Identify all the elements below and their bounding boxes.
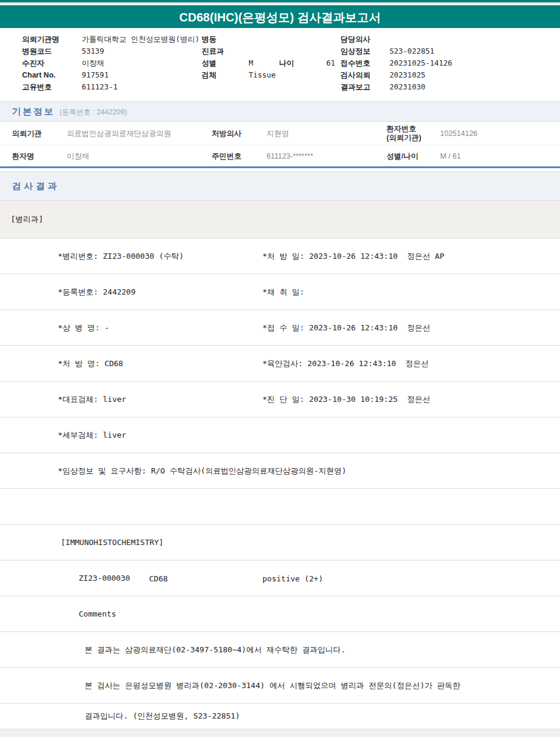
comment-line: 본 결과는 삼광의료재단(02-3497-5180~4)에서 재수탁한 결과입니…: [85, 645, 345, 655]
ihc-section-label: [IMMUNOHISTOCHEMISTRY]: [61, 538, 163, 547]
comment-line: 본 검사는 은평성모병원 병리과(02-2030-3144) 에서 시행되었으며…: [85, 680, 460, 691]
basic-info-label-resident-no: 주민번호: [212, 151, 242, 161]
basic-info-label-sex-age: 성별/나이: [386, 151, 418, 160]
field-label-age: 나이: [279, 57, 326, 69]
results-title: 검사결과: [12, 181, 60, 191]
result-row: *대표검체: liver *진 단 일: 2023-10-30 10:19:25…: [0, 382, 560, 417]
field-label: 진료과: [202, 45, 249, 57]
basic-info-section-header: 기본정보(등록번호 : 2442209): [0, 101, 560, 122]
basic-info-value-resident-no: 611123-*******: [267, 152, 313, 160]
basic-info-value-patient-no: 102514126: [440, 129, 478, 138]
ihc-result: positive (2+): [262, 574, 323, 583]
header-field-chart-no: Chart No. 917591: [22, 69, 200, 81]
result-row: [IMMUNOHISTOCHEMISTRY]: [0, 525, 560, 561]
field-value: S23-022851: [389, 45, 434, 57]
registration-no: *등록번호: 2442209: [58, 287, 135, 298]
field-label: 검사의뢰: [341, 69, 389, 81]
result-row: *상 병 명: - *접 수 일: 2023-10-26 12:43:10 정은…: [0, 310, 560, 346]
result-row: 본 결과는 삼광의료재단(02-3497-5180~4)에서 재수탁한 결과입니…: [0, 632, 560, 668]
result-row-ihc: ZI23-000030 CD68 positive (2+): [0, 561, 560, 596]
result-row: 본 검사는 은평성모병원 병리과(02-2030-3144) 에서 시행되었으며…: [0, 668, 560, 704]
ihc-specimen-no: ZI23-000030: [79, 574, 130, 583]
basic-info-accent-line: [0, 166, 560, 168]
field-value: 이창재: [82, 57, 104, 69]
results-department-row: [병리과]: [0, 201, 560, 239]
header-field-department: 진료과: [202, 45, 335, 57]
collection-date: *채 취 일:: [262, 287, 304, 298]
report-title-banner: CD68(IHC)(은평성모) 검사결과보고서: [0, 5, 560, 28]
detail-specimen: *세부검체: liver: [58, 430, 126, 441]
field-label: 병원코드: [22, 45, 82, 57]
field-value: 611123-1: [82, 81, 117, 93]
comment-line: 결과입니다. (인천성모병원, S23-22851): [85, 711, 240, 721]
field-value-age: 61: [326, 57, 335, 69]
header-field-attending-doctor: 담당의사: [341, 33, 452, 45]
field-label: 고유번호: [22, 81, 82, 93]
field-label: Chart No.: [22, 69, 82, 81]
field-value: 20231030: [389, 81, 425, 93]
header-field-accession-no: 접수번호 20231025-14126: [341, 57, 452, 69]
disease-name: *상 병 명: -: [58, 323, 109, 333]
header-field-unique-no: 고유번호 611123-1: [22, 81, 200, 93]
header-field-hospital-code: 병원코드 53139: [22, 45, 200, 57]
header-field-sex-age: 성별 M 나이 61: [202, 57, 335, 69]
field-label: 수진자: [22, 57, 82, 69]
basic-info-value-sex-age: M / 61: [440, 152, 461, 160]
field-value: 917591: [82, 69, 109, 81]
prescription-date: *처 방 일: 2023-10-26 12:43:10 정은선 AP: [262, 251, 444, 262]
result-row: *병리번호: ZI23-000030 (수탁) *처 방 일: 2023-10-…: [0, 239, 560, 274]
field-label: 담당의사: [341, 33, 389, 45]
field-value: Tissue: [249, 69, 276, 81]
basic-info-value-prescribing-doctor: 지현영: [267, 128, 289, 138]
patient-header-left: 의뢰기관명 가톨릭대학교 인천성모병원(병리) 병원코드 53139 수진자 이…: [22, 33, 200, 93]
header-field-ward: 병동: [202, 33, 335, 45]
field-value-sex: M: [249, 57, 279, 69]
result-row: 결과입니다. (인천성모병원, S23-22851): [0, 704, 560, 729]
prescription-name: *처 방 명: CD68: [58, 358, 123, 369]
basic-info-title: 기본정보: [12, 106, 55, 116]
patient-header-middle: 병동 진료과 성별 M 나이 61 검체 Tissue: [202, 33, 335, 81]
result-row: *임상정보 및 요구사항: R/O 수탁검사(의료법인삼광의료재단삼광의원-지현…: [0, 453, 560, 489]
footer-strip: [0, 729, 560, 737]
results-body: *병리번호: ZI23-000030 (수탁) *처 방 일: 2023-10-…: [0, 239, 560, 729]
result-row: *처 방 명: CD68 *육안검사: 2023-10-26 12:43:10 …: [0, 346, 560, 382]
header-field-specimen: 검체 Tissue: [202, 69, 335, 81]
patient-header-right: 담당의사 임상정보 S23-022851 접수번호 20231025-14126…: [341, 33, 452, 93]
field-label: 검체: [202, 69, 249, 81]
basic-info-registration-no: (등록번호 : 2442209): [60, 108, 127, 116]
department-label: [병리과]: [11, 214, 44, 225]
field-value: 53139: [82, 45, 104, 57]
results-section-header: 검사결과: [0, 171, 560, 201]
clinical-info-and-request: *임상정보 및 요구사항: R/O 수탁검사(의료법인삼광의료재단삼광의원-지현…: [58, 466, 346, 476]
field-label: 의뢰기관명: [22, 33, 82, 45]
header-field-patient-name: 수진자 이창재: [22, 57, 200, 69]
result-row: *세부검체: liver: [0, 417, 560, 453]
diagnosis-date: *진 단 일: 2023-10-30 10:19:25 정은선: [262, 394, 431, 405]
header-field-clinical-info: 임상정보 S23-022851: [341, 45, 452, 57]
field-label: 접수번호: [341, 57, 389, 69]
basic-info-value-requesting-org: 의료법인삼광의료재단삼광의원: [67, 128, 171, 138]
result-row-empty: [0, 489, 560, 525]
field-value: 20231025-14126: [389, 57, 452, 69]
receipt-date: *접 수 일: 2023-10-26 12:43:10 정은선: [262, 323, 431, 333]
basic-info-label-patient-name: 환자명: [12, 151, 35, 161]
basic-info-value-patient-name: 이창재: [67, 151, 89, 161]
basic-info-label-requesting-org: 의뢰기관: [12, 128, 42, 138]
basic-info-label-patient-no: 환자번호 (의뢰기관): [386, 125, 421, 143]
field-label: 병동: [202, 33, 249, 45]
representative-specimen: *대표검체: liver: [58, 394, 126, 405]
header-field-report-date: 결과보고 20231030: [341, 81, 452, 93]
comments-label: Comments: [79, 609, 116, 618]
header-field-requesting-org: 의뢰기관명 가톨릭대학교 인천성모병원(병리): [22, 33, 200, 45]
result-row: Comments: [0, 596, 560, 632]
field-label: 임상정보: [341, 45, 389, 57]
pathology-no: *병리번호: ZI23-000030 (수탁): [58, 251, 184, 262]
field-label: 결과보고: [341, 81, 389, 93]
result-row: *등록번호: 2442209 *채 취 일:: [0, 274, 560, 310]
basic-info-row-2: 환자명 이창재 주민번호 611123-******* 성별/나이 M / 61: [0, 145, 560, 166]
basic-info-label-prescribing-doctor: 처방의사: [212, 128, 242, 138]
field-value: 가톨릭대학교 인천성모병원(병리): [82, 33, 200, 45]
basic-info-row-1: 의뢰기관 의료법인삼광의료재단삼광의원 처방의사 지현영 환자번호 (의뢰기관)…: [0, 122, 560, 145]
field-value: 20231025: [389, 69, 425, 81]
ihc-test-name: CD68: [149, 574, 168, 583]
